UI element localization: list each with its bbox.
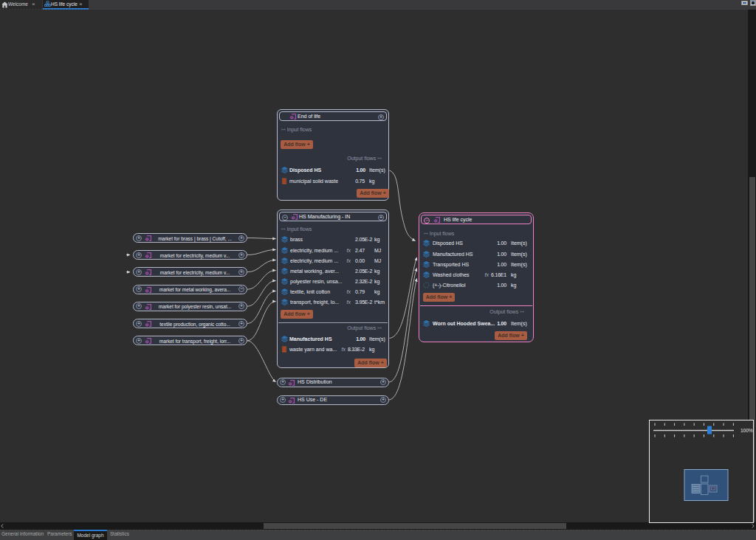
svg-text:100%: 100% [740, 427, 753, 432]
